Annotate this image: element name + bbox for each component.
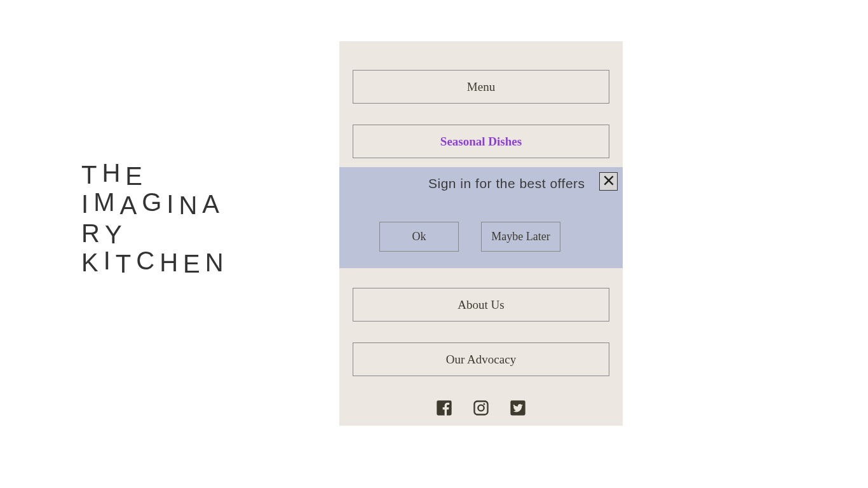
nav-menu-button[interactable]: Menu (353, 70, 609, 104)
instagram-icon[interactable] (472, 399, 490, 417)
signin-notice: Sign in for the best offers Ok Maybe Lat… (339, 167, 623, 268)
brand-logo: The Imagina r y Kitchen (81, 160, 229, 277)
twitter-icon[interactable] (509, 399, 527, 417)
social-icons (339, 399, 623, 417)
main-panel: Menu Seasonal Dishes Sign in for the bes… (339, 41, 623, 426)
nav-about-button[interactable]: About Us (353, 288, 609, 322)
facebook-icon[interactable] (435, 399, 453, 417)
nav-lower-group: About Us Our Advocacy (353, 288, 609, 376)
notice-actions: Ok Maybe Later (379, 222, 560, 252)
notice-close-button[interactable] (599, 172, 618, 191)
notice-later-button[interactable]: Maybe Later (481, 222, 560, 252)
notice-ok-button[interactable]: Ok (379, 222, 459, 252)
close-icon (602, 174, 615, 189)
nav-advocacy-button[interactable]: Our Advocacy (353, 342, 609, 376)
nav-seasonal-button[interactable]: Seasonal Dishes (353, 125, 609, 158)
notice-text: Sign in for the best offers (428, 176, 611, 191)
